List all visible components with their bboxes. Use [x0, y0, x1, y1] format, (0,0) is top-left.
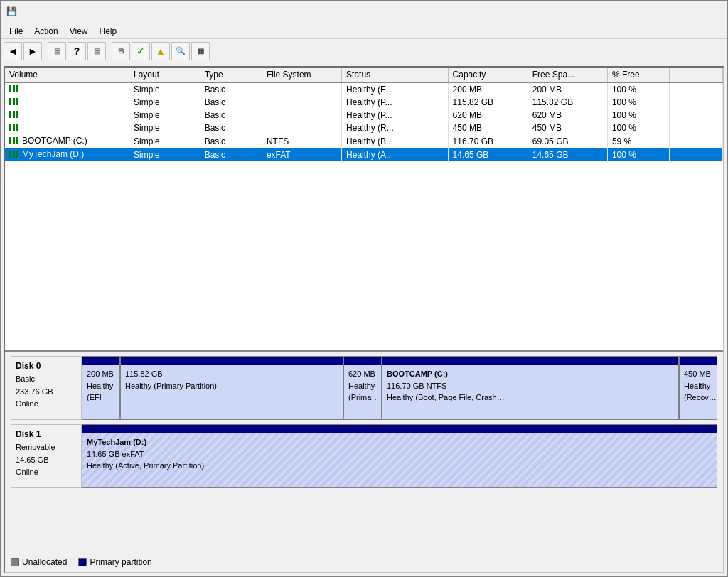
toolbar-help[interactable]: ? [68, 42, 86, 60]
capacity-cell: 14.65 GB [448, 148, 528, 161]
pctFree-cell: 100 % [607, 109, 669, 122]
type-cell: Basic [200, 96, 262, 109]
col-freespace: Free Spa... [528, 68, 607, 82]
title-controls [623, 1, 722, 23]
freeSpace-cell: 115.82 GB [528, 96, 607, 109]
type-cell: Basic [200, 134, 262, 148]
menu-action[interactable]: Action [28, 25, 63, 38]
partition-body-0-0: 200 MBHealthy (EFI [82, 365, 119, 419]
toolbar-check[interactable]: ✓ [132, 42, 150, 60]
partition-body-0-3: BOOTCAMP (C:)116.70 GB NTFSHealthy (Boot… [382, 365, 678, 419]
toolbar: ◄ ► ▤ ? ▤ ⊟ ✓ ▲ 🔍 ▦ [1, 39, 727, 63]
type-cell: Basic [200, 148, 262, 161]
fileSystem-cell: exFAT [262, 148, 341, 161]
disk-label-0: Disk 0Basic233.76 GBOnline [11, 356, 82, 420]
capacity-cell: 620 MB [448, 109, 528, 122]
fileSystem-cell [262, 96, 341, 109]
maximize-button[interactable] [656, 1, 689, 23]
freeSpace-cell: 450 MB [528, 122, 607, 134]
partition-header-0-4 [680, 357, 717, 365]
layout-cell: Simple [129, 134, 200, 148]
disk-row-1: Disk 1Removable14.65 GBOnlineMyTechJam (… [11, 424, 717, 488]
capacity-cell: 115.82 GB [448, 96, 528, 109]
disk-label-1: Disk 1Removable14.65 GBOnline [11, 424, 82, 488]
primary-box [78, 558, 87, 566]
table-row[interactable]: BOOTCAMP (C:)SimpleBasicNTFSHealthy (B..… [5, 134, 723, 148]
toolbar-forward[interactable]: ► [23, 42, 42, 60]
partition-header-0-1 [121, 357, 343, 365]
volume-cell: BOOTCAMP (C:) [5, 134, 129, 148]
partition-body-0-4: 450 MBHealthy (Recov… [680, 365, 717, 419]
status-cell: Healthy (R... [342, 122, 449, 134]
disk-partitions-0: 200 MBHealthy (EFI115.82 GBHealthy (Prim… [82, 356, 717, 420]
table-row[interactable]: SimpleBasicHealthy (R...450 MB450 MB100 … [5, 122, 723, 134]
freeSpace-cell: 620 MB [528, 109, 607, 122]
capacity-cell: 450 MB [448, 122, 528, 134]
menu-bar: File Action View Help [1, 23, 727, 39]
app-icon: 💾 [6, 6, 18, 18]
toolbar-search[interactable]: 🔍 [171, 42, 190, 60]
pctFree-cell: 59 % [607, 134, 669, 148]
disk-partitions-1: MyTechJam (D:)14.65 GB exFATHealthy (Act… [82, 424, 717, 488]
table-row[interactable]: SimpleBasicHealthy (E...200 MB200 MB100 … [5, 82, 723, 96]
freeSpace-cell: 14.65 GB [528, 148, 607, 161]
col-type: Type [200, 68, 262, 82]
partition-header-0-0 [82, 357, 119, 365]
layout-cell: Simple [129, 109, 200, 122]
table-row[interactable]: SimpleBasicHealthy (P...115.82 GB115.82 … [5, 96, 723, 109]
partition-0-3[interactable]: BOOTCAMP (C:)116.70 GB NTFSHealthy (Boot… [382, 357, 680, 419]
toolbar-up[interactable]: ▲ [151, 42, 170, 60]
toolbar-grid[interactable]: ▦ [191, 42, 210, 60]
partition-0-2[interactable]: 620 MBHealthy (Prima… [344, 357, 382, 419]
col-extra [670, 68, 723, 82]
type-cell: Basic [200, 109, 262, 122]
partition-body-0-1: 115.82 GBHealthy (Primary Partition) [121, 365, 343, 419]
menu-file[interactable]: File [4, 25, 28, 38]
toolbar-view1[interactable]: ▤ [48, 42, 66, 60]
pctFree-cell: 100 % [607, 122, 669, 134]
fileSystem-cell: NTFS [262, 134, 341, 148]
menu-help[interactable]: Help [94, 25, 123, 38]
col-capacity: Capacity [448, 68, 528, 82]
volume-cell: MyTechJam (D:) [5, 148, 129, 161]
toolbar-view2[interactable]: ▤ [87, 42, 106, 60]
main-window: 💾 File Action View Help ◄ ► ▤ ? ▤ ⊟ ✓ ▲ … [0, 0, 728, 577]
partition-1-0[interactable]: MyTechJam (D:)14.65 GB exFATHealthy (Act… [82, 425, 717, 487]
layout-cell: Simple [129, 96, 200, 109]
col-status: Status [342, 68, 449, 82]
volume-cell [5, 82, 129, 96]
title-bar: 💾 [1, 1, 727, 23]
pctFree-cell: 100 % [607, 96, 669, 109]
volume-list-pane: Volume Layout Type File System Status Ca… [5, 68, 723, 352]
partition-0-0[interactable]: 200 MBHealthy (EFI [82, 357, 121, 419]
table-row[interactable]: SimpleBasicHealthy (P...620 MB620 MB100 … [5, 109, 723, 122]
partition-0-4[interactable]: 450 MBHealthy (Recov… [680, 357, 717, 419]
extra-cell [670, 134, 723, 148]
toolbar-back[interactable]: ◄ [4, 42, 22, 60]
table-row[interactable]: MyTechJam (D:)SimpleBasicexFATHealthy (A… [5, 148, 723, 161]
table-header-row: Volume Layout Type File System Status Ca… [5, 68, 723, 82]
partition-body-0-2: 620 MBHealthy (Prima… [344, 365, 381, 419]
legend-unallocated: Unallocated [11, 557, 67, 567]
close-button[interactable] [689, 1, 722, 23]
pctFree-cell: 100 % [607, 82, 669, 96]
extra-cell [670, 82, 723, 96]
status-cell: Healthy (E... [342, 82, 449, 96]
volume-cell [5, 122, 129, 134]
layout-cell: Simple [129, 148, 200, 161]
extra-cell [670, 96, 723, 109]
fileSystem-cell [262, 122, 341, 134]
pctFree-cell: 100 % [607, 148, 669, 161]
menu-view[interactable]: View [64, 25, 94, 38]
status-cell: Healthy (B... [342, 134, 449, 148]
capacity-cell: 200 MB [448, 82, 528, 96]
freeSpace-cell: 69.05 GB [528, 134, 607, 148]
legend-unallocated-label: Unallocated [22, 557, 67, 567]
minimize-button[interactable] [623, 1, 656, 23]
partition-0-1[interactable]: 115.82 GBHealthy (Primary Partition) [121, 357, 344, 419]
toolbar-misc[interactable]: ⊟ [112, 42, 130, 60]
legend-primary: Primary partition [78, 557, 151, 567]
partition-header-0-2 [344, 357, 381, 365]
unallocated-box [11, 558, 19, 566]
partition-header-0-3 [382, 357, 678, 365]
